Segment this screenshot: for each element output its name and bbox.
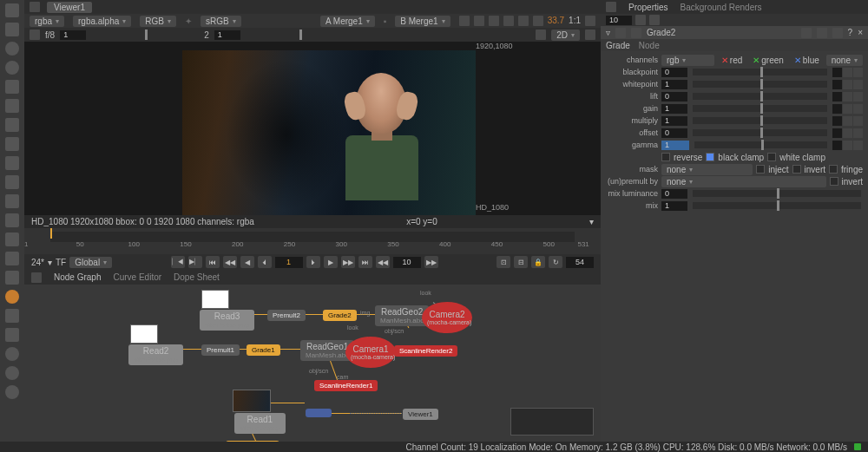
zoom-readout[interactable]: 1:1 (569, 16, 581, 26)
tab-grade[interactable]: Grade (606, 41, 630, 50)
tf-label[interactable]: TF (56, 258, 66, 267)
viewer-option-icon[interactable] (474, 16, 484, 26)
clear-icon[interactable] (649, 15, 660, 25)
node-icon[interactable] (631, 28, 641, 38)
chevron-down-icon[interactable]: ▾ (589, 217, 594, 226)
find-icon[interactable] (801, 28, 812, 38)
gamma-slider[interactable] (694, 141, 827, 148)
channel-dropdown[interactable]: rgba (30, 16, 64, 27)
wipe-icon[interactable] (30, 29, 40, 40)
offset-slider[interactable] (693, 129, 827, 136)
reverse-checkbox[interactable] (661, 153, 670, 161)
green-channel-toggle[interactable]: ✕green (749, 56, 787, 65)
offset-input[interactable] (661, 128, 687, 138)
gain-input[interactable] (661, 104, 687, 114)
node-graph[interactable]: Read3ManPulse.png Premult2 Grade2 ReadGe… (24, 285, 601, 442)
tool-icon[interactable] (5, 233, 19, 246)
mix-input[interactable] (661, 201, 687, 211)
tab-node-graph[interactable]: Node Graph (54, 272, 101, 282)
tool-icon[interactable] (5, 213, 19, 227)
step-fwd-button[interactable]: ⏵ (306, 256, 320, 268)
sync-icon[interactable]: ⊟ (514, 256, 528, 268)
step-input[interactable] (393, 257, 421, 268)
node-camera2[interactable]: Camera2(mocha-camera) (422, 302, 472, 333)
node-premult2[interactable]: Premult2 (267, 310, 306, 321)
tool-icon[interactable] (5, 23, 19, 36)
anim-icon[interactable] (853, 68, 863, 77)
play-button[interactable]: ▶ (324, 256, 338, 268)
multiply-slider[interactable] (693, 117, 827, 124)
mixlum-input[interactable] (661, 189, 687, 199)
lift-input[interactable] (661, 92, 687, 102)
tool-icon[interactable] (5, 385, 19, 399)
collapse-icon[interactable]: ▿ (606, 28, 610, 37)
loop-icon[interactable]: ⊡ (496, 256, 510, 268)
lock-icon[interactable] (635, 15, 646, 25)
node-camera1[interactable]: Camera1(mocha-camera) (345, 337, 396, 368)
invert2-checkbox[interactable] (830, 177, 838, 186)
node-header[interactable]: ▿ Grade2 ? × (601, 26, 868, 39)
viewer-icon[interactable] (585, 29, 595, 40)
alpha-dropdown[interactable]: rgba.alpha (73, 16, 131, 27)
loop-mode-icon[interactable]: ↻ (549, 256, 562, 268)
layout-icon[interactable] (30, 2, 40, 12)
graph-navigator[interactable] (510, 408, 594, 436)
blackpoint-slider[interactable] (693, 69, 827, 75)
fstop-slider[interactable] (93, 31, 197, 38)
invert-checkbox[interactable] (792, 165, 801, 174)
channels-dropdown[interactable]: rgb (661, 55, 714, 66)
input-a-dropdown[interactable]: A Merge1 (320, 16, 375, 27)
split-icon[interactable] (843, 68, 852, 77)
close-icon[interactable]: × (858, 28, 863, 37)
pointer-icon[interactable] (5, 3, 19, 17)
tool-icon[interactable] (5, 347, 19, 361)
input-b-dropdown[interactable]: B Merge1 (395, 16, 450, 27)
alpha-channel-dropdown[interactable]: none (826, 55, 863, 66)
revert-icon[interactable] (832, 28, 843, 38)
viewer-icon[interactable] (536, 29, 546, 40)
kf-next-icon[interactable]: ▶⎸ (188, 256, 202, 268)
help-icon[interactable]: ? (848, 28, 853, 37)
skip-back-button[interactable]: ◀◀ (376, 256, 390, 268)
tool-icon[interactable] (5, 194, 19, 208)
tab-curve-editor[interactable]: Curve Editor (113, 272, 161, 282)
fstop-input[interactable] (60, 30, 86, 40)
tab-bg-renders[interactable]: Background Renders (681, 3, 762, 12)
next-frame-button[interactable]: ▶▶ (341, 256, 355, 268)
node-read1[interactable]: Read1Man.000.png (234, 413, 286, 434)
mixlum-slider[interactable] (693, 190, 861, 197)
multiply-input[interactable] (661, 116, 687, 126)
tab-node[interactable]: Node (639, 41, 660, 50)
current-frame-input[interactable] (275, 257, 303, 268)
colorspace2-dropdown[interactable]: sRGB (201, 16, 241, 27)
out-frame-input[interactable] (566, 257, 594, 268)
whitepoint-slider[interactable] (693, 81, 827, 88)
tool-icon[interactable] (5, 271, 19, 285)
whitepoint-input[interactable] (661, 80, 687, 89)
node-premult1[interactable]: Premult1 (201, 344, 240, 356)
kf-prev-icon[interactable]: ⎸◀ (171, 256, 185, 268)
tool-icon[interactable] (5, 61, 19, 75)
gamma-slider[interactable] (247, 31, 352, 38)
tool-icon[interactable] (5, 118, 19, 132)
mix-slider[interactable] (693, 202, 861, 209)
first-frame-button[interactable]: ⏮ (206, 256, 220, 268)
viewer-option-icon[interactable] (503, 16, 514, 26)
layout-icon[interactable] (31, 272, 42, 283)
unpremult-dropdown[interactable]: none (661, 176, 826, 187)
tool-icon[interactable] (5, 175, 19, 189)
lock-icon[interactable]: 🔒 (531, 256, 545, 268)
viewer-tab[interactable]: Viewer1 (47, 2, 92, 13)
viewer-option-icon[interactable] (585, 16, 595, 26)
tool-icon[interactable] (5, 366, 19, 380)
fringe-checkbox[interactable] (829, 165, 838, 174)
color-swatch[interactable] (832, 68, 842, 77)
timeline[interactable]: 1 50 100 150 200 250 300 350 400 450 500… (24, 228, 601, 254)
tool-icon[interactable] (5, 252, 19, 265)
gain-slider[interactable] (693, 105, 827, 112)
node-grade2[interactable]: Grade2 (323, 310, 357, 321)
inject-checkbox[interactable] (756, 165, 765, 174)
gamma-input[interactable] (214, 30, 240, 40)
tool-icon[interactable] (5, 309, 19, 323)
refresh-icon[interactable] (518, 16, 529, 26)
